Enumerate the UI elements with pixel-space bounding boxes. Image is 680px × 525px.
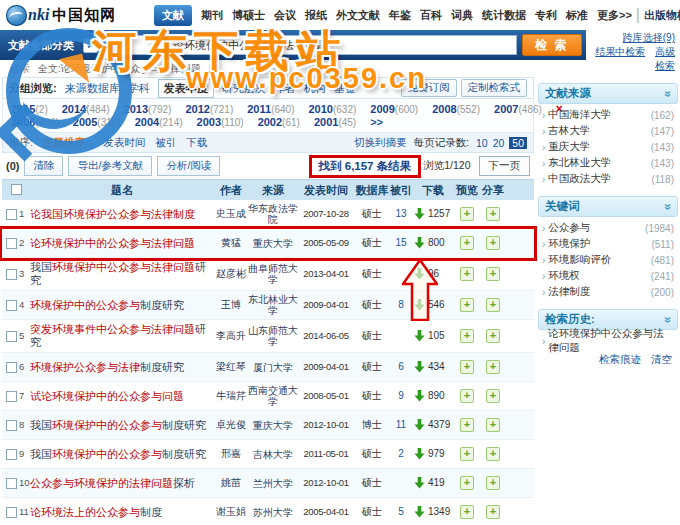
author-link[interactable]: 谢玉娟	[214, 506, 248, 518]
row-checkbox[interactable]	[6, 449, 17, 460]
year-filter-link[interactable]: 2011(640)	[247, 103, 294, 115]
group-filter-item[interactable]: 机构	[304, 81, 326, 96]
top-nav-item[interactable]: 外文文献	[336, 8, 380, 23]
cited-count-link[interactable]: 9	[390, 390, 412, 402]
row-checkbox[interactable]	[6, 331, 17, 342]
top-nav-item[interactable]: 期刊	[201, 8, 223, 23]
sidebar-filter-item[interactable]: ›重庆大学(143)	[540, 139, 676, 155]
result-title-link[interactable]: 我国环境保护中的公众参与制度研究	[30, 448, 206, 460]
author-link[interactable]: 史玉成	[214, 208, 248, 220]
share-icon[interactable]: +	[486, 267, 500, 281]
preview-icon[interactable]: +	[460, 360, 474, 374]
publication-search-link[interactable]: 出版物检索	[644, 8, 680, 23]
search-input[interactable]	[168, 35, 517, 55]
preview-icon[interactable]: +	[460, 476, 474, 490]
remove-history-icon[interactable]: ×	[209, 63, 215, 75]
top-nav-item[interactable]: 标准	[566, 8, 588, 23]
author-link[interactable]: 赵彦彬	[214, 268, 248, 280]
row-checkbox[interactable]	[6, 507, 17, 518]
preview-icon[interactable]: +	[460, 505, 474, 519]
author-link[interactable]: 卓光俊	[214, 419, 248, 431]
year-filter-link[interactable]: 2007(486)	[494, 103, 542, 115]
history-action-link[interactable]: 检索痕迹	[599, 353, 641, 367]
download-icon[interactable]	[414, 208, 425, 220]
download-icon[interactable]	[414, 361, 425, 373]
year-filter-link[interactable]: 2005(310)	[73, 116, 121, 128]
author-link[interactable]: 牛瑞芹	[214, 390, 248, 402]
download-icon[interactable]	[414, 448, 425, 460]
sidebar-filter-item[interactable]: ›法律制度(200)	[540, 284, 676, 300]
analyze-read-button[interactable]: 分析/阅读	[157, 156, 220, 176]
source-link[interactable]: 厦门大学	[248, 362, 298, 373]
top-nav-item-active[interactable]: 文献	[154, 5, 192, 26]
top-nav-item[interactable]: 专利	[535, 8, 557, 23]
top-nav-item[interactable]: 百科	[420, 8, 442, 23]
year-filter-link[interactable]: 2001(45)	[314, 116, 356, 128]
sidebar-filter-item[interactable]: ›环境保护(511)	[540, 236, 676, 252]
share-icon[interactable]: +	[486, 207, 500, 221]
sidebar-filter-item[interactable]: ›环境影响评价(481)	[540, 252, 676, 268]
page-size-option[interactable]: 20	[493, 137, 505, 149]
cited-count-link[interactable]: 15	[390, 237, 412, 249]
year-filter-link[interactable]: 2014(484)	[62, 103, 110, 115]
year-filter-link[interactable]: 2009(600)	[370, 103, 418, 115]
preview-icon[interactable]: +	[460, 329, 474, 343]
sidebar-filter-item[interactable]: ›东北林业大学(143)	[540, 155, 676, 171]
result-title-link[interactable]: 我国环境保护中的公众参与制度研究	[30, 419, 206, 431]
preview-icon[interactable]: +	[460, 267, 474, 281]
cited-count-link[interactable]: 6	[390, 361, 412, 373]
share-icon[interactable]: +	[486, 298, 500, 312]
page-size-option[interactable]: 10	[476, 137, 488, 149]
sort-option[interactable]: 发表时间	[103, 136, 145, 150]
year-filter-link[interactable]: 2008(552)	[432, 103, 480, 115]
group-filter-item[interactable]: 来源数据库	[65, 81, 120, 96]
share-icon[interactable]: +	[486, 389, 500, 403]
year-filter-link[interactable]: 2010(632)	[308, 103, 356, 115]
share-icon[interactable]: +	[486, 236, 500, 250]
year-filter-link[interactable]: 2013(792)	[124, 103, 172, 115]
result-title-link[interactable]: 我国环境保护中公众参与法律问题研究	[30, 261, 206, 286]
year-filter-link[interactable]: 2004(214)	[135, 116, 183, 128]
row-checkbox[interactable]	[6, 362, 17, 373]
result-title-link[interactable]: 环境保护公众参与法律制度研究	[30, 361, 184, 373]
share-icon[interactable]: +	[486, 418, 500, 432]
search-in-results-link[interactable]: 结果中检索	[595, 46, 645, 57]
source-link[interactable]: 吉林大学	[248, 449, 298, 460]
author-link[interactable]: 邢嘉	[214, 448, 248, 460]
export-references-button[interactable]: 导出/参考文献	[68, 156, 152, 176]
result-title-link[interactable]: 环境保护中的公众参与制度研究	[30, 299, 184, 311]
year-filter-link[interactable]: 2002(61)	[258, 116, 300, 128]
category-checkbox[interactable]: ✓	[83, 38, 98, 53]
collapse-icon[interactable]: «	[661, 316, 675, 323]
download-icon[interactable]	[414, 390, 425, 402]
year-filter-link[interactable]: 2006(439)	[11, 116, 59, 128]
collapse-icon[interactable]: «	[661, 90, 675, 97]
source-link[interactable]: 华东政法学院	[248, 203, 298, 225]
clear-selection-button[interactable]: 清除	[24, 156, 63, 176]
preview-icon[interactable]: +	[460, 298, 474, 312]
preview-icon[interactable]: +	[460, 236, 474, 250]
cited-count-link[interactable]: 8	[390, 299, 412, 311]
source-link[interactable]: 西南交通大学	[248, 385, 298, 407]
top-nav-item[interactable]: 词典	[451, 8, 473, 23]
free-subscribe-button[interactable]: 免费订阅	[401, 79, 457, 97]
source-link[interactable]: 重庆大学	[248, 420, 298, 431]
source-link[interactable]: 山东师范大学	[248, 325, 298, 347]
share-icon[interactable]: +	[486, 329, 500, 343]
advanced-search-link[interactable]: 高级检索	[655, 46, 675, 71]
preview-icon[interactable]: +	[460, 207, 474, 221]
sidebar-panel-header[interactable]: 文献来源«	[538, 83, 678, 104]
result-title-link[interactable]: 论环境法上的公众参与制度	[30, 506, 162, 518]
group-filter-item[interactable]: 研究层次	[222, 81, 266, 96]
group-filter-item[interactable]: 基金	[334, 81, 356, 96]
sidebar-filter-item[interactable]: ›公众参与(1984)	[540, 220, 676, 236]
row-checkbox[interactable]	[6, 300, 17, 311]
sidebar-filter-item[interactable]: ›中国海洋大学(162)	[540, 107, 676, 123]
cited-count-link[interactable]: 5	[390, 506, 412, 518]
year-filter-link[interactable]: 2012(721)	[185, 103, 233, 115]
top-nav-item[interactable]: 统计数据	[482, 8, 526, 23]
history-item[interactable]: 全文:论环境保护中公众参与法律问题	[38, 62, 201, 76]
share-icon[interactable]: +	[486, 447, 500, 461]
select-all-checkbox[interactable]	[11, 184, 22, 195]
cited-count-link[interactable]: 13	[390, 208, 412, 220]
